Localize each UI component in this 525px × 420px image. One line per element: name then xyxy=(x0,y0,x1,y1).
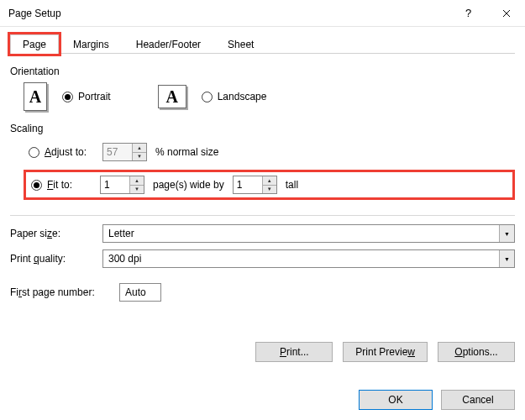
adjust-to-input[interactable] xyxy=(103,144,132,160)
portrait-label: Portrait xyxy=(78,91,111,102)
dialog-footer: OK Cancel xyxy=(359,390,515,410)
fit-tall-spinner[interactable]: ▲▼ xyxy=(233,176,277,194)
fit-to-row: Fit to: ▲▼ page(s) wide by ▲▼ tall xyxy=(24,170,515,200)
spinner-arrows-icon[interactable]: ▲▼ xyxy=(129,176,144,193)
cancel-button[interactable]: Cancel xyxy=(441,390,515,410)
spinner-arrows-icon[interactable]: ▲▼ xyxy=(132,144,146,160)
tab-page[interactable]: Page xyxy=(10,34,59,54)
pages-wide-by-label: page(s) wide by xyxy=(153,179,224,191)
fit-wide-input[interactable] xyxy=(101,176,129,193)
close-icon xyxy=(502,9,511,18)
orientation-landscape[interactable]: Landscape xyxy=(202,91,267,102)
radio-dot-icon xyxy=(29,147,39,158)
portrait-icon: A xyxy=(24,82,47,111)
ok-button[interactable]: OK xyxy=(359,390,433,410)
fit-to-label: Fit to: xyxy=(47,179,72,191)
landscape-label: Landscape xyxy=(218,91,267,102)
orientation-portrait[interactable]: Portrait xyxy=(62,91,111,102)
first-page-number-label: First page number: xyxy=(10,286,119,298)
paper-size-value: Letter xyxy=(103,228,499,239)
window-title: Page Setup xyxy=(8,8,449,19)
fit-wide-spinner[interactable]: ▲▼ xyxy=(100,176,144,194)
first-page-number-input[interactable]: Auto xyxy=(119,283,161,302)
chevron-down-icon: ▼ xyxy=(499,250,514,267)
paper-size-select[interactable]: Letter ▼ xyxy=(102,224,515,243)
tab-margins[interactable]: Margins xyxy=(60,34,122,54)
chevron-down-icon: ▼ xyxy=(499,225,514,242)
print-button[interactable]: Print... xyxy=(255,342,333,362)
fit-tall-input[interactable] xyxy=(234,176,262,193)
titlebar: Page Setup ? xyxy=(0,0,525,27)
close-button[interactable] xyxy=(487,0,525,27)
print-preview-button[interactable]: Print Preview xyxy=(343,342,428,362)
print-quality-value: 300 dpi xyxy=(103,253,499,265)
radio-dot-icon xyxy=(202,92,213,102)
scaling-label: Scaling xyxy=(10,123,515,134)
scaling-adjust-to[interactable]: Adjust to: xyxy=(29,146,94,158)
radio-dot-icon xyxy=(31,180,42,191)
radio-dot-icon xyxy=(62,92,73,102)
landscape-icon: A xyxy=(158,85,186,108)
divider xyxy=(10,215,515,216)
tab-sheet[interactable]: Sheet xyxy=(215,34,266,54)
tabstrip: Page Margins Header/Footer Sheet xyxy=(10,34,515,54)
help-button[interactable]: ? xyxy=(449,0,487,27)
adjust-to-spinner[interactable]: ▲▼ xyxy=(102,143,147,161)
orientation-label: Orientation xyxy=(10,66,515,77)
tall-label: tall xyxy=(286,179,298,191)
scaling-fit-to[interactable]: Fit to: xyxy=(31,179,92,191)
adjust-to-label: Adjust to: xyxy=(45,146,87,158)
paper-size-label: Paper size: xyxy=(10,228,102,239)
print-quality-select[interactable]: 300 dpi ▼ xyxy=(102,249,515,268)
normal-size-label: % normal size xyxy=(155,146,218,158)
options-button[interactable]: Options... xyxy=(438,342,515,362)
print-quality-label: Print quality: xyxy=(10,253,102,265)
spinner-arrows-icon[interactable]: ▲▼ xyxy=(262,176,276,193)
tab-header-footer[interactable]: Header/Footer xyxy=(123,34,213,54)
